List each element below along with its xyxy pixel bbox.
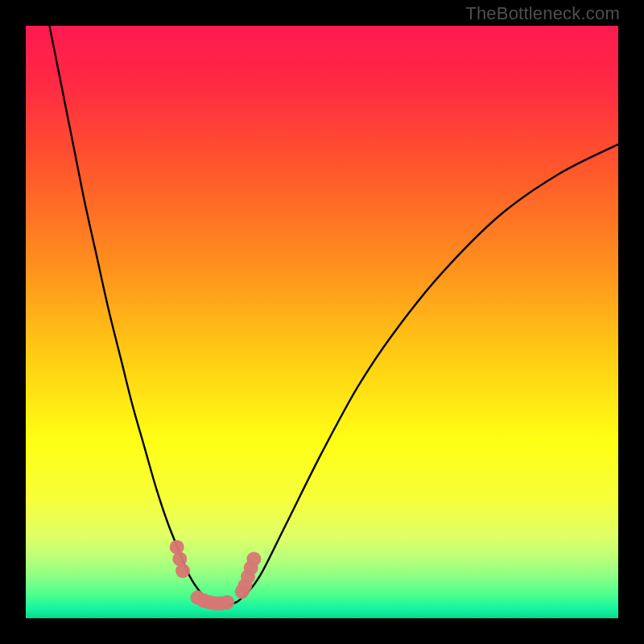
plot-area: [26, 26, 618, 618]
curve-marker: [175, 564, 190, 578]
curve-path: [49, 26, 618, 605]
chart-frame: TheBottleneck.com: [0, 0, 644, 644]
attribution-label: TheBottleneck.com: [465, 3, 620, 24]
bottleneck-curve: [26, 26, 618, 618]
marker-group: [170, 540, 262, 611]
curve-marker: [246, 551, 261, 566]
curve-marker: [220, 595, 234, 609]
